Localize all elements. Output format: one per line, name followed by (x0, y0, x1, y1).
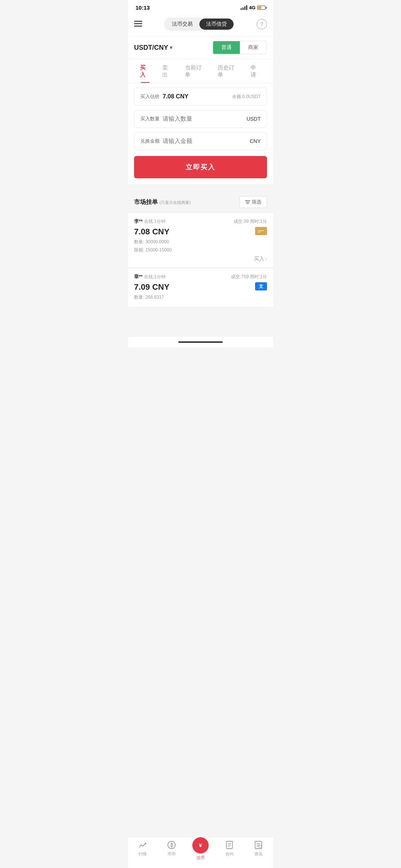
svg-rect-2 (134, 26, 142, 27)
tab-history-orders[interactable]: 历史订单 (212, 59, 245, 83)
amount-row: 兑换金额 CNY (134, 132, 267, 150)
order-action: 买入 › (134, 256, 267, 262)
seller-info: 李** 在线:1分钟 (134, 218, 166, 225)
svg-rect-0 (134, 21, 142, 22)
amount-input[interactable] (163, 138, 250, 144)
tab-buy[interactable]: 买入 (134, 59, 156, 83)
payment-bank-icon (255, 227, 267, 235)
market-header: 市场挂单 (只显示在线商家) 筛选 (128, 192, 273, 212)
filter-button[interactable]: 筛选 (239, 196, 267, 208)
mode-normal[interactable]: 普通 (213, 41, 240, 54)
header-tab-group: 法币交易 法币借贷 (164, 17, 235, 31)
seller-online: 在线:1分钟 (144, 219, 166, 224)
tab-fabi-loan[interactable]: 法币借贷 (199, 19, 234, 30)
chevron-right-icon: › (265, 256, 267, 262)
seller-online-2: 在线:1分钟 (144, 274, 166, 279)
help-icon[interactable]: ? (257, 19, 267, 29)
order-price-row-2: 7.09 CNY 支 (134, 282, 267, 292)
battery-icon (257, 6, 265, 10)
amount-unit: CNY (250, 138, 261, 144)
balance-display: 余额:0.0USDT (232, 94, 261, 100)
tab-fabi-trade[interactable]: 法币交易 (165, 19, 199, 30)
amount-label: 兑换金额 (140, 138, 163, 144)
order-top-row-2: 章** 在线:1分钟 成交:759 用时:1分 (134, 273, 267, 280)
order-price-2: 7.09 CNY (134, 282, 169, 292)
menu-icon[interactable] (134, 20, 142, 29)
estimate-label: 买入估价 (140, 93, 163, 100)
buy-form: 买入估价 7.08 CNY 余额:0.0USDT 买入数量 USDT 兑换金额 … (128, 83, 273, 184)
order-details: 数量: 30000.0000 限额: 15000-15000 (134, 238, 267, 254)
order-item-2: 章** 在线:1分钟 成交:759 用时:1分 7.09 CNY 支 数量: 2… (128, 268, 273, 307)
tab-current-orders[interactable]: 当前订单 (179, 59, 212, 83)
order-price-row: 7.08 CNY (134, 227, 267, 237)
status-time: 10:13 (136, 4, 150, 11)
svg-rect-8 (258, 232, 260, 233)
svg-rect-1 (134, 23, 142, 24)
tab-apply[interactable]: 申请 (245, 59, 267, 83)
quantity-input[interactable] (163, 116, 247, 122)
pair-dropdown-arrow: ▾ (170, 45, 172, 51)
quantity-label: 买入数量 (140, 116, 163, 122)
content-tabs: 买入 卖出 当前订单 历史订单 申请 (128, 59, 273, 83)
quantity-unit: USDT (247, 116, 261, 122)
order-price: 7.08 CNY (134, 227, 169, 237)
buy-link[interactable]: 买入 › (254, 256, 267, 262)
home-indicator (128, 337, 273, 347)
trading-pair[interactable]: USDT/CNY ▾ (134, 44, 172, 52)
payment-alipay-icon: 支 (255, 282, 267, 290)
order-item: 李** 在线:1分钟 成交:39 用时:1分 7.08 CNY 数量: 3000… (128, 213, 273, 268)
filter-icon (245, 200, 250, 204)
status-bar: 10:13 4G (128, 0, 273, 14)
status-icons: 4G (241, 5, 265, 10)
tab-sell[interactable]: 卖出 (156, 59, 179, 83)
estimate-price-row: 买入估价 7.08 CNY 余额:0.0USDT (134, 88, 267, 105)
home-bar (178, 341, 223, 343)
market-title: 市场挂单 (134, 199, 158, 205)
mode-selector: 普通 商家 (213, 41, 267, 54)
quantity-row: 买入数量 USDT (134, 110, 267, 128)
order-stats: 成交:39 用时:1分 (234, 218, 267, 225)
market-section: 市场挂单 (只显示在线商家) 筛选 李** 在线:1分钟 成交:39 用时:1分 (128, 184, 273, 307)
signal-icon (241, 5, 247, 10)
header: 法币交易 法币借贷 ? (128, 14, 273, 36)
mode-merchant[interactable]: 商家 (240, 41, 267, 54)
order-top-row: 李** 在线:1分钟 成交:39 用时:1分 (134, 218, 267, 225)
seller-name: 李** (134, 218, 143, 224)
network-type: 4G (249, 5, 255, 10)
order-details-2: 数量: 268.6317 (134, 293, 267, 302)
market-subtitle: (只显示在线商家) (159, 200, 190, 205)
bottom-spacer (128, 307, 273, 337)
order-stats-2: 成交:759 用时:1分 (231, 274, 267, 280)
market-title-area: 市场挂单 (只显示在线商家) (134, 198, 191, 206)
estimate-value: 7.08 CNY (163, 93, 232, 100)
seller-info-2: 章** 在线:1分钟 (134, 273, 166, 280)
pair-mode-bar: USDT/CNY ▾ 普通 商家 (128, 36, 273, 59)
seller-name-2: 章** (134, 274, 143, 279)
buy-button[interactable]: 立即买入 (134, 156, 267, 178)
svg-rect-7 (258, 230, 264, 231)
